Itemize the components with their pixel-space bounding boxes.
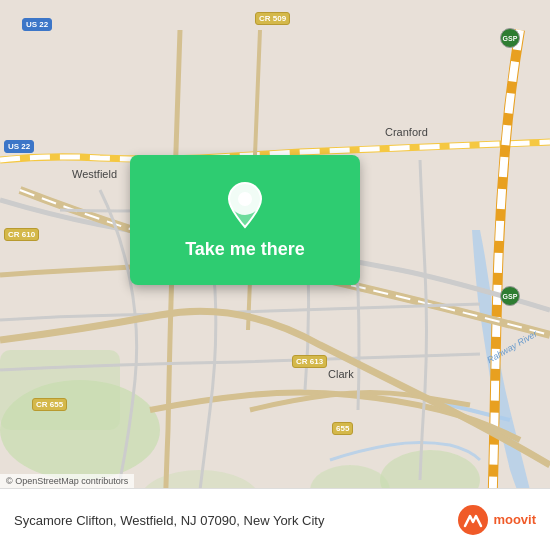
location-info: Sycamore Clifton, Westfield, NJ 07090, N… — [14, 511, 457, 529]
button-label: Take me there — [185, 239, 305, 260]
location-name: Sycamore Clifton, Westfield, NJ 07090, N… — [14, 513, 324, 528]
badge-cr509: CR 509 — [255, 12, 290, 25]
badge-us22-top: US 22 — [22, 18, 52, 31]
take-me-there-button[interactable]: Take me there — [130, 155, 360, 285]
svg-point-6 — [238, 192, 252, 206]
moovit-icon — [457, 504, 489, 536]
map-container: US 22 US 22 CR 509 CR 610 CR 613 CR 655 … — [0, 0, 550, 550]
badge-us22-left: US 22 — [4, 140, 34, 153]
bottom-bar: Sycamore Clifton, Westfield, NJ 07090, N… — [0, 488, 550, 550]
moovit-text: moovit — [493, 512, 536, 527]
moovit-logo: moovit — [457, 504, 536, 536]
badge-cr613: CR 613 — [292, 355, 327, 368]
location-pin-icon — [225, 181, 265, 229]
copyright-text: © OpenStreetMap contributors — [0, 474, 134, 488]
badge-655b: 655 — [332, 422, 353, 435]
badge-cr610: CR 610 — [4, 228, 39, 241]
badge-cr655: CR 655 — [32, 398, 67, 411]
badge-gsp-mid: GSP — [500, 286, 520, 306]
svg-rect-1 — [0, 350, 120, 430]
badge-gsp-top: GSP — [500, 28, 520, 48]
